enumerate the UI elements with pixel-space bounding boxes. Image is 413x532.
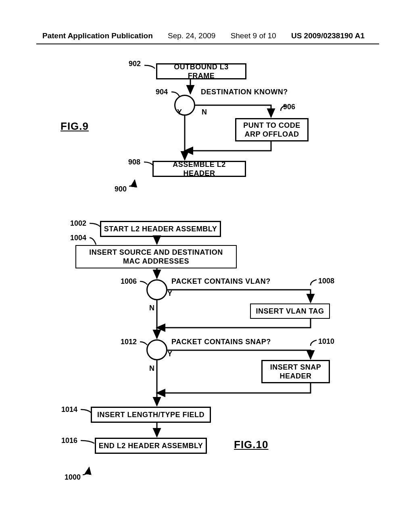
decision-1012 xyxy=(146,339,167,360)
ref-1008: 1008 xyxy=(318,277,334,285)
box-908-assemble-l2: ASSEMBLE L2 HEADER xyxy=(152,161,246,177)
question-904: DESTINATION KNOWN? xyxy=(201,88,288,96)
ref-906: 906 xyxy=(283,103,295,111)
box-1010-l2: HEADER xyxy=(280,372,311,380)
ref-902: 902 xyxy=(129,60,141,68)
ref-1010: 1010 xyxy=(318,337,334,346)
box-902-text: OUTBOUND L3 FRAME xyxy=(160,62,243,81)
label-n-904: N xyxy=(202,108,207,116)
header-rule xyxy=(36,44,379,44)
header-date: Sep. 24, 2009 xyxy=(168,31,215,40)
box-906-punt-arp: PUNT TO CODE ARP OFFLOAD xyxy=(235,118,309,141)
box-1002-text: START L2 HEADER ASSEMBLY xyxy=(104,224,217,234)
label-n-1012: N xyxy=(149,364,155,373)
ref-1004: 1004 xyxy=(70,234,86,242)
box-908-text: ASSEMBLE L2 HEADER xyxy=(156,160,242,178)
fig9-title: FIG.9 xyxy=(60,120,89,133)
ref-904: 904 xyxy=(156,88,168,96)
box-906-l2: ARP OFFLOAD xyxy=(244,130,299,138)
label-y-904: Y xyxy=(177,108,182,116)
box-1016-end-l2: END L2 HEADER ASSEMBLY xyxy=(95,438,207,454)
box-1010-l1: INSERT SNAP xyxy=(270,363,321,371)
box-902-outbound-l3-frame: OUTBOUND L3 FRAME xyxy=(156,63,246,79)
ref-1016: 1016 xyxy=(61,436,77,445)
ref-900: 900 xyxy=(115,185,127,193)
ref-1012: 1012 xyxy=(121,338,137,346)
ref-1006: 1006 xyxy=(121,277,137,286)
label-n-1006: N xyxy=(149,304,155,312)
ref-1014: 1014 xyxy=(61,405,77,414)
decision-1006 xyxy=(146,279,167,300)
ref-1000: 1000 xyxy=(65,473,81,482)
header-pub: Patent Application Publication xyxy=(42,31,153,40)
page-header: Patent Application Publication Sep. 24, … xyxy=(0,31,413,40)
question-1012: PACKET CONTAINS SNAP? xyxy=(171,338,271,346)
box-1016-text: END L2 HEADER ASSEMBLY xyxy=(99,441,203,451)
box-906-l1: PUNT TO CODE xyxy=(243,121,300,129)
box-1004-insert-mac: INSERT SOURCE AND DESTINATION MAC ADDRES… xyxy=(75,245,237,268)
box-1004-l2: MAC ADDRESSES xyxy=(123,257,189,265)
box-1014-insert-length: INSERT LENGTH/TYPE FIELD xyxy=(91,407,211,423)
box-1014-text: INSERT LENGTH/TYPE FIELD xyxy=(97,410,204,420)
box-1010-text: INSERT SNAP HEADER xyxy=(270,363,321,381)
box-1002-start-l2: START L2 HEADER ASSEMBLY xyxy=(100,221,221,237)
box-1004-l1: INSERT SOURCE AND DESTINATION xyxy=(89,248,223,256)
fig10-title: FIG.10 xyxy=(234,438,268,451)
label-y-1006: Y xyxy=(167,289,173,298)
header-pubno: US 2009/0238190 A1 xyxy=(291,31,365,40)
box-1008-insert-vlan: INSERT VLAN TAG xyxy=(250,303,330,319)
header-sheet: Sheet 9 of 10 xyxy=(231,31,276,40)
box-1010-insert-snap: INSERT SNAP HEADER xyxy=(261,360,330,383)
box-1008-text: INSERT VLAN TAG xyxy=(256,307,324,316)
ref-908: 908 xyxy=(128,158,140,166)
question-1006: PACKET CONTAINS VLAN? xyxy=(171,277,271,286)
label-y-1012: Y xyxy=(167,350,173,358)
box-1004-text: INSERT SOURCE AND DESTINATION MAC ADDRES… xyxy=(89,248,223,266)
ref-1002: 1002 xyxy=(70,219,86,228)
box-906-text: PUNT TO CODE ARP OFFLOAD xyxy=(243,121,300,139)
